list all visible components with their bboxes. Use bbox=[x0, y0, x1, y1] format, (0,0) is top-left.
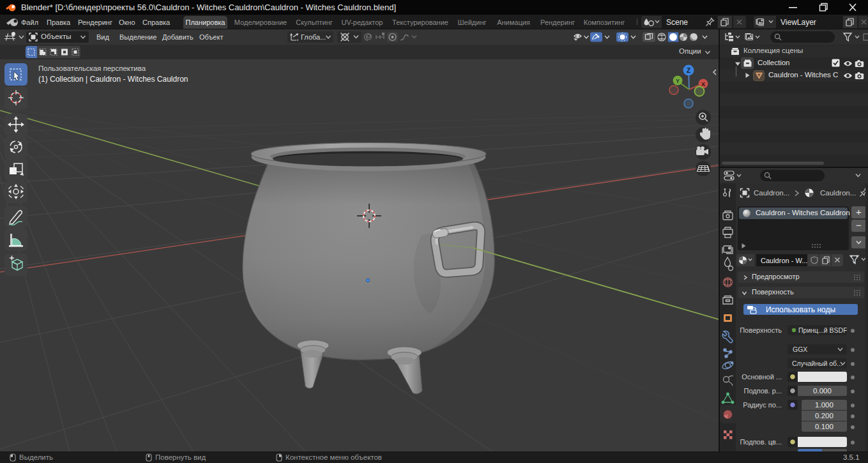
svg-text:Y: Y bbox=[676, 78, 680, 84]
svg-text:Z: Z bbox=[687, 67, 690, 74]
svg-text:X: X bbox=[701, 81, 705, 87]
